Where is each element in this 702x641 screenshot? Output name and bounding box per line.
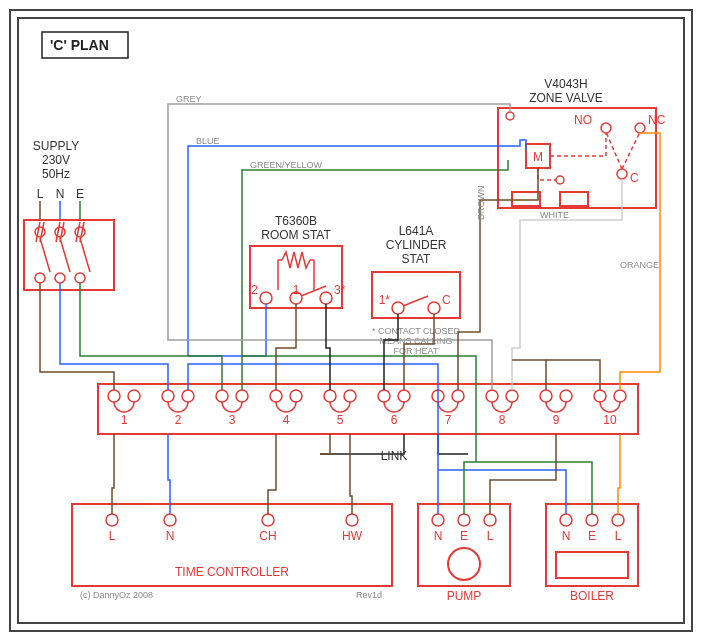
svg-point-128 [612, 514, 624, 526]
svg-point-66 [556, 176, 564, 184]
svg-point-81 [290, 390, 302, 402]
svg-point-86 [378, 390, 390, 402]
svg-rect-67 [512, 192, 540, 206]
svg-text:GREEN/YELLOW: GREEN/YELLOW [250, 160, 323, 170]
svg-text:E: E [588, 529, 596, 543]
svg-point-90 [452, 390, 464, 402]
supply-block: SUPPLY 230V 50Hz L N E [24, 139, 114, 290]
svg-point-105 [164, 514, 176, 526]
svg-text:STAT: STAT [402, 252, 432, 266]
svg-text:BOILER: BOILER [570, 589, 614, 603]
svg-text:M: M [533, 150, 543, 164]
svg-text:Rev1d: Rev1d [356, 590, 382, 600]
svg-text:1: 1 [121, 413, 128, 427]
svg-text:1*: 1* [379, 293, 391, 307]
svg-point-77 [216, 390, 228, 402]
svg-text:L: L [37, 187, 44, 201]
svg-point-119 [484, 514, 496, 526]
svg-point-80 [270, 390, 282, 402]
svg-text:LINK: LINK [381, 449, 408, 463]
svg-point-13 [55, 227, 65, 237]
svg-text:C: C [630, 171, 639, 185]
svg-text:N: N [56, 187, 65, 201]
pump-block: N E L PUMP [418, 504, 510, 603]
svg-point-126 [586, 514, 598, 526]
svg-point-96 [560, 390, 572, 402]
svg-line-65 [606, 132, 622, 169]
svg-text:NO: NO [574, 113, 592, 127]
svg-text:ORANGE: ORANGE [620, 260, 659, 270]
svg-point-62 [617, 169, 627, 179]
svg-text:* CONTACT CLOSED: * CONTACT CLOSED [372, 326, 461, 336]
svg-point-115 [432, 514, 444, 526]
svg-point-75 [182, 390, 194, 402]
svg-point-35 [260, 292, 272, 304]
svg-text:E: E [76, 187, 84, 201]
svg-text:ZONE VALVE: ZONE VALVE [529, 91, 603, 105]
zone-valve-block: V4043H ZONE VALVE M NO NC C [498, 77, 666, 208]
svg-text:7: 7 [445, 413, 452, 427]
svg-text:WHITE: WHITE [540, 210, 569, 220]
svg-point-72 [128, 390, 140, 402]
svg-point-74 [162, 390, 174, 402]
svg-text:2: 2 [251, 283, 258, 297]
svg-text:5: 5 [337, 413, 344, 427]
svg-point-60 [635, 123, 645, 133]
svg-text:CYLINDER: CYLINDER [386, 238, 447, 252]
wiring-diagram: 'C' PLAN SUPPLY 230V 50Hz L N E T6360B R… [0, 0, 702, 641]
svg-text:E: E [460, 529, 468, 543]
svg-point-83 [324, 390, 336, 402]
room-stat-block: T6360B ROOM STAT 2 1 3* [250, 214, 346, 308]
svg-line-21 [40, 238, 50, 272]
svg-text:GREY: GREY [176, 94, 202, 104]
svg-point-47 [428, 302, 440, 314]
svg-text:FOR HEAT: FOR HEAT [394, 346, 439, 356]
svg-text:L: L [109, 529, 116, 543]
svg-text:L: L [615, 529, 622, 543]
svg-point-84 [344, 390, 356, 402]
svg-point-93 [506, 390, 518, 402]
svg-point-98 [594, 390, 606, 402]
svg-text:8: 8 [499, 413, 506, 427]
svg-point-25 [55, 273, 65, 283]
svg-text:C: C [442, 293, 451, 307]
svg-text:L: L [487, 529, 494, 543]
svg-point-37 [320, 292, 332, 304]
svg-text:2: 2 [175, 413, 182, 427]
svg-text:BLUE: BLUE [196, 136, 220, 146]
svg-text:50Hz: 50Hz [42, 167, 70, 181]
svg-text:N: N [562, 529, 571, 543]
svg-text:NC: NC [648, 113, 666, 127]
svg-point-117 [458, 514, 470, 526]
svg-text:CH: CH [259, 529, 276, 543]
svg-text:6: 6 [391, 413, 398, 427]
svg-text:TIME CONTROLLER: TIME CONTROLLER [175, 565, 289, 579]
title-text: 'C' PLAN [50, 37, 109, 53]
junction-box: 1 2 3 4 5 6 7 [98, 384, 638, 434]
svg-text:9: 9 [553, 413, 560, 427]
svg-rect-68 [560, 192, 588, 206]
svg-text:L641A: L641A [399, 224, 434, 238]
time-controller-block: L N CH HW TIME CONTROLLER (c) DannyOz 20… [72, 504, 392, 600]
svg-point-99 [614, 390, 626, 402]
svg-text:230V: 230V [42, 153, 70, 167]
svg-text:3*: 3* [334, 283, 346, 297]
svg-point-95 [540, 390, 552, 402]
svg-point-71 [108, 390, 120, 402]
svg-line-64 [622, 132, 640, 169]
svg-line-23 [80, 238, 90, 272]
svg-point-26 [75, 273, 85, 283]
svg-text:4: 4 [283, 413, 290, 427]
svg-point-69 [506, 112, 514, 120]
svg-point-103 [106, 514, 118, 526]
svg-text:1: 1 [293, 283, 300, 297]
svg-text:V4043H: V4043H [544, 77, 587, 91]
svg-text:(c) DannyOz 2008: (c) DannyOz 2008 [80, 590, 153, 600]
svg-text:N: N [166, 529, 175, 543]
svg-point-109 [346, 514, 358, 526]
svg-text:SUPPLY: SUPPLY [33, 139, 79, 153]
svg-text:N: N [434, 529, 443, 543]
svg-point-92 [486, 390, 498, 402]
svg-point-107 [262, 514, 274, 526]
svg-rect-130 [556, 552, 628, 578]
